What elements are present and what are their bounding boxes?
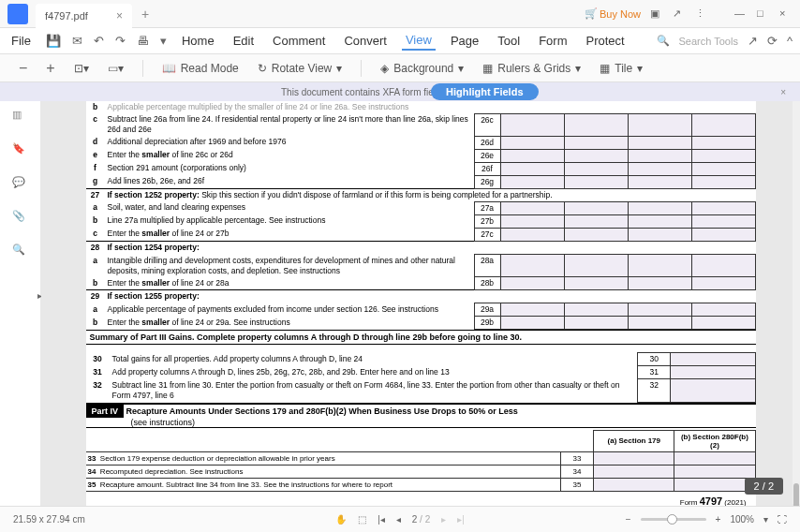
comment-menu[interactable]: Comment [269, 32, 329, 50]
close-window-icon[interactable]: × [779, 7, 793, 21]
input-34b[interactable] [674, 465, 755, 478]
highlight-fields-button[interactable]: Highlight Fields [431, 83, 539, 100]
zoom-thumb[interactable] [667, 514, 677, 525]
close-tab-icon[interactable]: × [116, 9, 123, 22]
page-display-button[interactable]: ▭▾ [108, 62, 124, 75]
fit-page-button[interactable]: ⊡▾ [74, 62, 89, 75]
input-34a[interactable] [594, 465, 674, 478]
home-menu[interactable]: Home [178, 32, 218, 50]
line-31-text: Add property columns A through D, lines … [110, 366, 638, 379]
page-menu[interactable]: Page [447, 32, 482, 50]
search-panel-icon[interactable]: 🔍 [12, 244, 29, 260]
read-mode-button[interactable]: 📖 Read Mode [162, 62, 239, 75]
buy-now-link[interactable]: 🛒 Buy Now [585, 7, 641, 20]
document-tab[interactable]: f4797.pdf × [36, 4, 132, 28]
convert-menu[interactable]: Convert [340, 32, 391, 50]
page-indicator-badge: 2 / 2 [745, 478, 783, 495]
input-33a[interactable] [594, 451, 674, 465]
input-27a[interactable] [500, 201, 564, 214]
notification-icon[interactable]: ▣ [650, 7, 663, 21]
redo-icon[interactable]: ↷ [115, 34, 126, 48]
vertical-scrollbar[interactable] [793, 101, 800, 504]
dropdown-icon[interactable]: ▾ [160, 34, 167, 48]
input-28b[interactable] [500, 277, 564, 290]
zoom-slider[interactable] [641, 518, 706, 521]
col-a-header: (a) Section 179 [594, 430, 674, 451]
tool-menu[interactable]: Tool [494, 32, 524, 50]
line-27-text: If section 1252 property: Skip this sect… [105, 188, 756, 201]
line-26g-text: Add lines 26b, 26e, and 26f [105, 175, 475, 188]
mail-icon[interactable]: ✉ [72, 34, 82, 48]
hand-tool-icon[interactable]: ✋ [335, 514, 347, 525]
search-tools-input[interactable]: Search Tools [679, 36, 738, 47]
input-26c[interactable] [500, 113, 564, 136]
add-tab-icon[interactable]: + [141, 7, 149, 22]
attachment-icon[interactable]: 📎 [12, 210, 29, 227]
zoom-out-status-icon[interactable]: − [626, 514, 631, 525]
select-tool-icon[interactable]: ⬚ [358, 514, 366, 525]
view-menu[interactable]: View [402, 31, 436, 51]
line-28-text: If section 1254 property: [105, 242, 756, 255]
save-icon[interactable]: 💾 [46, 34, 61, 48]
collapse-ribbon-icon[interactable]: ^ [787, 34, 793, 48]
left-sidebar: ▥ 🔖 💬 📎 🔍 [0, 101, 41, 513]
notice-text: This document contains XFA form fields. [281, 87, 448, 97]
zoom-in-icon[interactable]: + [46, 60, 54, 77]
undo-icon[interactable]: ↶ [94, 34, 104, 48]
input-27b[interactable] [500, 214, 564, 228]
bookmark-icon[interactable]: 🔖 [12, 142, 29, 159]
line-29a-text: Applicable percentage of payments exclud… [105, 303, 475, 317]
comment-panel-icon[interactable]: 💬 [12, 176, 29, 193]
thumbnails-icon[interactable]: ▥ [12, 109, 29, 126]
tab-filename: f4797.pdf [45, 10, 88, 22]
rotate-view-button[interactable]: ↻ Rotate View▾ [258, 62, 342, 75]
zoom-out-icon[interactable]: − [19, 60, 27, 77]
zoom-dropdown-icon[interactable]: ▾ [763, 514, 768, 525]
file-menu[interactable]: File [7, 32, 35, 50]
line-26e-text: Enter the smaller of line 26c or 26d [105, 149, 475, 162]
next-page-icon[interactable]: ▸ [441, 514, 446, 525]
document-viewport[interactable]: bApplicable percentage multiplied by the… [41, 101, 800, 513]
line-27b-text: Line 27a multiplied by applicable percen… [105, 214, 475, 228]
input-32[interactable] [671, 379, 755, 402]
maximize-icon[interactable]: □ [757, 7, 770, 21]
external-link-icon[interactable]: ↗ [748, 34, 758, 48]
share-icon[interactable]: ↗ [673, 7, 686, 21]
input-29a[interactable] [500, 303, 564, 317]
input-27c[interactable] [500, 228, 564, 241]
zoom-in-status-icon[interactable]: + [716, 514, 721, 525]
input-26g[interactable] [500, 175, 564, 188]
input-26f[interactable] [500, 162, 564, 175]
line-28b-text: Enter the smaller of line 24 or 28a [105, 277, 475, 290]
input-28a[interactable] [500, 255, 564, 277]
page-number-input[interactable]: 2 / 2 [412, 514, 430, 525]
summary-header: Summary of Part III Gains. Complete prop… [86, 330, 756, 345]
input-29b[interactable] [500, 317, 564, 330]
input-35a[interactable] [594, 478, 674, 491]
kebab-menu-icon[interactable]: ⋮ [695, 7, 708, 21]
page-dimensions: 21.59 x 27.94 cm [13, 514, 85, 525]
print-icon[interactable]: 🖶 [137, 34, 149, 48]
edit-menu[interactable]: Edit [230, 32, 258, 50]
sync-icon[interactable]: ⟳ [767, 34, 778, 48]
input-26e[interactable] [500, 149, 564, 162]
tile-button[interactable]: ▦ Tile▾ [600, 62, 643, 75]
rulers-grids-button[interactable]: ▦ Rulers & Grids▾ [482, 62, 581, 75]
prev-page-icon[interactable]: ◂ [396, 514, 401, 525]
last-page-icon[interactable]: ▸| [457, 514, 465, 525]
line-32-text: Subtract line 31 from line 30. Enter the… [110, 379, 638, 402]
input-35b[interactable] [674, 478, 755, 491]
protect-menu[interactable]: Protect [582, 32, 628, 50]
input-31[interactable] [671, 366, 755, 379]
fit-screen-icon[interactable]: ⛶ [778, 514, 787, 525]
line-26d-text: Additional depreciation after 1969 and b… [105, 136, 475, 149]
input-30[interactable] [671, 353, 755, 366]
background-button[interactable]: ◈ Background▾ [380, 62, 464, 75]
input-33b[interactable] [674, 451, 755, 465]
input-26d[interactable] [500, 136, 564, 149]
first-page-icon[interactable]: |◂ [378, 514, 385, 525]
minimize-icon[interactable]: — [734, 7, 748, 21]
close-notice-icon[interactable]: × [780, 87, 786, 97]
zoom-level[interactable]: 100% [730, 514, 754, 525]
form-menu[interactable]: Form [535, 32, 570, 50]
